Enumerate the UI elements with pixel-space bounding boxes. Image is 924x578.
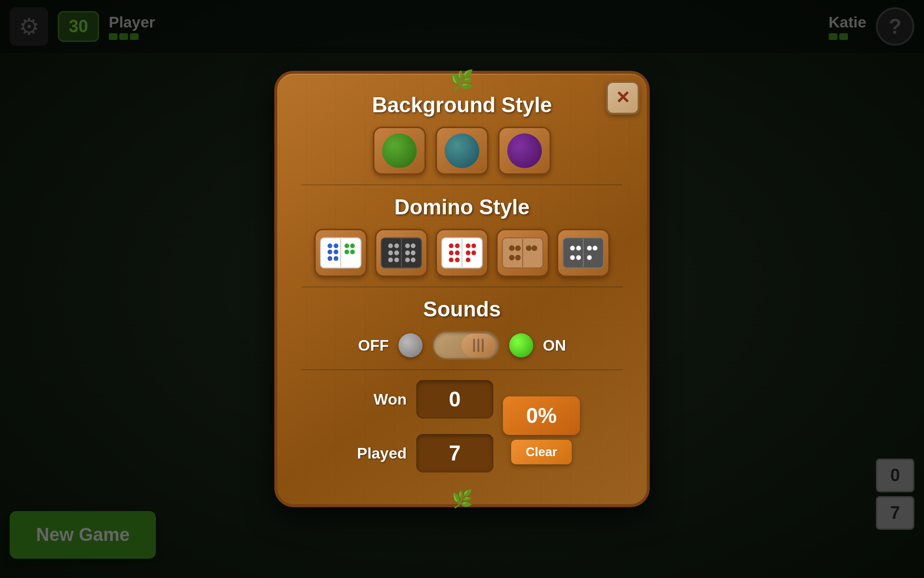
classic-color-domino-icon <box>320 234 362 272</box>
teal-circle <box>445 133 479 168</box>
svg-point-45 <box>526 245 532 251</box>
svg-point-33 <box>455 258 460 263</box>
domino-style-red-dots[interactable] <box>436 229 488 277</box>
domino-style-title: Domino Style <box>301 195 623 219</box>
svg-point-7 <box>334 256 338 261</box>
svg-point-22 <box>405 250 410 255</box>
leaf-top-decoration: 🌿 <box>450 69 474 92</box>
svg-point-8 <box>345 243 349 248</box>
svg-point-53 <box>587 246 592 250</box>
svg-point-30 <box>449 250 454 255</box>
toggle-line-3 <box>482 339 484 352</box>
svg-point-37 <box>472 250 476 255</box>
divider-1 <box>301 184 623 185</box>
sounds-off-label: OFF <box>358 337 389 355</box>
svg-point-43 <box>509 255 515 261</box>
svg-point-5 <box>334 250 338 254</box>
svg-point-38 <box>466 258 471 263</box>
close-button[interactable]: ✕ <box>606 81 640 115</box>
svg-point-20 <box>405 243 410 248</box>
played-label: Played <box>344 445 407 462</box>
svg-point-9 <box>350 243 355 248</box>
svg-point-17 <box>394 250 399 255</box>
played-row: Played 7 <box>344 434 493 473</box>
svg-point-31 <box>455 250 460 255</box>
domino-style-white-dots[interactable] <box>557 229 610 277</box>
settings-modal: 🌿 ✕ Background Style Domino Style <box>274 71 650 507</box>
svg-point-10 <box>345 250 349 254</box>
percent-clear-group: 0% Clear <box>503 396 580 464</box>
divider-2 <box>301 287 623 288</box>
svg-point-35 <box>472 243 476 248</box>
svg-point-24 <box>405 258 410 263</box>
svg-point-2 <box>328 243 333 248</box>
svg-point-32 <box>449 258 454 263</box>
svg-point-55 <box>587 255 592 260</box>
sounds-off-ball <box>398 333 423 357</box>
background-style-title: Background Style <box>301 93 623 117</box>
white-dots-domino-icon <box>562 234 604 272</box>
close-icon: ✕ <box>616 88 630 108</box>
svg-point-18 <box>388 258 393 263</box>
background-color-options <box>301 127 623 175</box>
sounds-title: Sounds <box>301 297 623 321</box>
clear-button[interactable]: Clear <box>511 440 571 464</box>
won-row: Won 0 <box>344 380 493 419</box>
leaf-bottom-decoration: 🌿 <box>451 489 473 509</box>
svg-point-41 <box>509 245 515 251</box>
svg-point-19 <box>394 258 399 263</box>
sounds-on-label: ON <box>543 337 566 355</box>
sounds-toggle-row: OFF ON <box>301 331 623 360</box>
black-dots-domino-icon <box>380 234 423 272</box>
svg-point-46 <box>532 245 538 251</box>
svg-point-42 <box>515 245 521 251</box>
svg-point-3 <box>334 243 338 248</box>
svg-point-52 <box>576 255 581 260</box>
stats-column: Won 0 Played 7 <box>344 380 493 480</box>
svg-point-51 <box>570 255 575 260</box>
bg-color-green[interactable] <box>373 127 426 175</box>
svg-point-23 <box>411 250 416 255</box>
svg-point-25 <box>411 258 416 263</box>
domino-style-black-dots[interactable] <box>375 229 428 277</box>
svg-point-34 <box>466 243 471 248</box>
toggle-thumb <box>462 334 495 357</box>
svg-point-50 <box>576 246 581 250</box>
green-circle <box>382 133 417 168</box>
svg-point-28 <box>449 243 454 248</box>
svg-point-54 <box>593 246 598 250</box>
bg-color-purple[interactable] <box>498 127 551 175</box>
bg-color-teal[interactable] <box>436 127 488 175</box>
sounds-on-ball <box>509 333 533 357</box>
red-dots-domino-icon <box>441 234 483 272</box>
svg-point-11 <box>350 250 355 254</box>
toggle-line-1 <box>473 339 475 352</box>
win-percent: 0% <box>503 396 580 435</box>
domino-style-classic-color[interactable] <box>314 229 367 277</box>
modal-overlay: 🌿 ✕ Background Style Domino Style <box>0 0 924 578</box>
won-value: 0 <box>416 380 493 419</box>
svg-point-14 <box>388 243 393 248</box>
domino-style-wood[interactable] <box>496 229 549 277</box>
svg-point-16 <box>388 250 393 255</box>
svg-point-15 <box>394 243 399 248</box>
svg-point-4 <box>328 250 333 254</box>
domino-style-options <box>301 229 623 277</box>
stats-section: Won 0 Played 7 0% Clear <box>301 380 623 480</box>
svg-point-29 <box>455 243 460 248</box>
toggle-line-2 <box>477 339 479 352</box>
svg-point-49 <box>570 246 575 250</box>
svg-point-44 <box>515 255 521 261</box>
wood-domino-icon <box>501 234 544 272</box>
played-value: 7 <box>416 434 493 473</box>
svg-point-6 <box>328 256 333 261</box>
divider-3 <box>301 369 623 370</box>
svg-point-21 <box>411 243 416 248</box>
won-label: Won <box>344 391 407 408</box>
svg-point-36 <box>466 250 471 255</box>
purple-circle <box>507 133 542 168</box>
sounds-toggle-switch[interactable] <box>432 331 500 360</box>
